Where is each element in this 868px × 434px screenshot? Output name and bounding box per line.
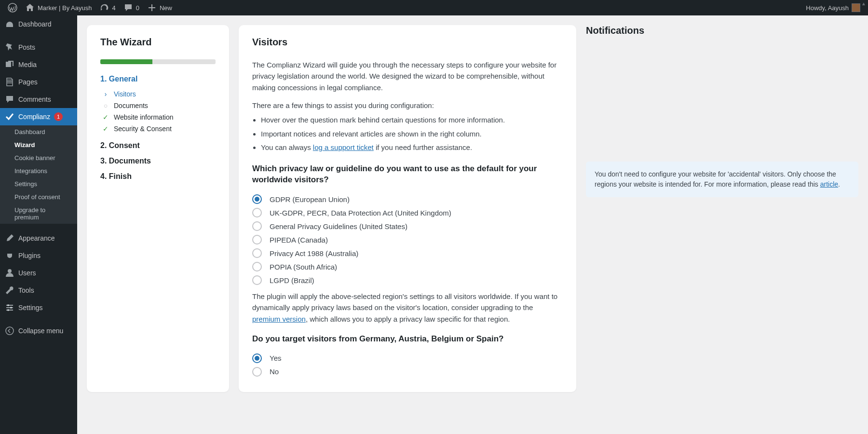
home-icon	[25, 3, 35, 13]
submenu-item-proof-of-consent[interactable]: Proof of consent	[0, 190, 77, 203]
wizard-title: The Wizard	[100, 37, 216, 48]
substep-website-information[interactable]: ✓ Website information	[102, 111, 216, 123]
submenu-item-upgrade[interactable]: Upgrade to premium	[0, 203, 77, 224]
radio-input[interactable]	[252, 353, 262, 363]
substep-label: Documents	[114, 102, 148, 109]
substep-documents[interactable]: ○ Documents	[102, 100, 216, 111]
support-ticket-link[interactable]: log a support ticket	[313, 143, 374, 151]
submenu-item-integrations[interactable]: Integrations	[0, 164, 77, 177]
sidebar-item-label: Appearance	[18, 234, 55, 242]
radio-popia[interactable]: POPIA (South Africa)	[252, 262, 563, 271]
article-link[interactable]: article	[820, 180, 838, 188]
radio-input[interactable]	[252, 275, 262, 285]
assist-lead: There are a few things to assist you dur…	[252, 100, 563, 111]
comment-icon	[5, 95, 14, 104]
substep-visitors[interactable]: › Visitors	[102, 88, 216, 100]
page-icon	[5, 77, 14, 87]
comments[interactable]: 0	[120, 0, 143, 15]
radio-privacy-act-1988[interactable]: Privacy Act 1988 (Australia)	[252, 248, 563, 258]
question-target-countries: Do you target visitors from Germany, Aus…	[252, 333, 563, 345]
svg-point-2	[7, 304, 9, 306]
radio-input[interactable]	[252, 248, 262, 258]
avatar	[852, 3, 860, 12]
dashboard-icon	[5, 19, 14, 29]
radio-input[interactable]	[252, 367, 262, 377]
wp-logo[interactable]	[4, 0, 21, 15]
user-icon	[5, 268, 14, 278]
submenu-item-cookie-banner[interactable]: Cookie banner	[0, 151, 77, 164]
step-finish[interactable]: 4. Finish	[100, 172, 216, 181]
step-documents[interactable]: 3. Documents	[100, 157, 216, 165]
step-general[interactable]: 1. General	[100, 75, 216, 83]
new-content[interactable]: New	[143, 0, 176, 15]
submenu: Dashboard Wizard Cookie banner Integrati…	[0, 125, 77, 224]
bullet-item: Hover over the question mark behind cert…	[261, 115, 563, 126]
premium-version-link[interactable]: premium version	[252, 315, 306, 323]
sidebar-item-label: Posts	[18, 43, 35, 51]
radio-gdpr[interactable]: GDPR (European Union)	[252, 194, 563, 204]
radio-input[interactable]	[252, 235, 262, 244]
sidebar-item-pages[interactable]: Pages	[0, 73, 77, 91]
new-label: New	[160, 4, 172, 12]
radio-label: LGPD (Brazil)	[270, 276, 314, 285]
intro-text: The Complianz Wizard will guide you thro…	[252, 59, 563, 93]
sidebar-item-collapse[interactable]: Collapse menu	[0, 322, 77, 339]
radio-label: General Privacy Guidelines (United State…	[270, 222, 407, 231]
sidebar-badge: 1	[54, 112, 63, 121]
radio-input[interactable]	[252, 262, 262, 271]
radio-us[interactable]: General Privacy Guidelines (United State…	[252, 221, 563, 231]
question-default-law: Which privacy law or guideline do you wa…	[252, 163, 563, 186]
howdy-text: Howdy, Aayush	[806, 4, 849, 12]
sidebar-item-posts[interactable]: Posts	[0, 39, 77, 56]
chevron-right-icon: ›	[102, 90, 109, 98]
substep-label: Security & Consent	[114, 125, 172, 133]
assist-bullets: Hover over the question mark behind cert…	[261, 115, 563, 153]
media-icon	[5, 60, 14, 69]
sidebar-item-label: Collapse menu	[18, 327, 63, 335]
svg-point-5	[6, 327, 14, 335]
radio-label: Yes	[270, 354, 281, 362]
radio-pipeda[interactable]: PIPEDA (Canada)	[252, 235, 563, 244]
sidebar-item-dashboard[interactable]: Dashboard	[0, 15, 77, 33]
sidebar-item-media[interactable]: Media	[0, 56, 77, 73]
main-content: The Wizard 1. General › Visitors ○ Docum…	[77, 15, 868, 402]
submenu-item-wizard[interactable]: Wizard	[0, 138, 77, 151]
submenu-item-dashboard[interactable]: Dashboard	[0, 125, 77, 138]
radio-label: GDPR (European Union)	[270, 195, 350, 203]
radio-uk-gdpr[interactable]: UK-GDPR, PECR, Data Protection Act (Unit…	[252, 208, 563, 217]
notifications-column: Notifications You don't need to configur…	[586, 25, 868, 392]
sidebar-item-plugins[interactable]: Plugins	[0, 247, 77, 264]
radio-label: PIPEDA (Canada)	[270, 236, 328, 244]
sidebar-item-appearance[interactable]: Appearance	[0, 230, 77, 247]
radio-label: Privacy Act 1988 (Australia)	[270, 249, 358, 258]
sidebar-item-settings[interactable]: Settings	[0, 299, 77, 316]
sidebar-item-label: Pages	[18, 78, 38, 86]
radio-no[interactable]: No	[252, 367, 563, 377]
radio-yes[interactable]: Yes	[252, 353, 563, 363]
updates[interactable]: 4	[95, 0, 119, 15]
radio-input[interactable]	[252, 194, 262, 204]
progress-fill	[100, 59, 152, 64]
sidebar-item-label: Plugins	[18, 252, 41, 259]
radio-input[interactable]	[252, 208, 262, 217]
brush-icon	[5, 233, 14, 243]
submenu-item-settings[interactable]: Settings	[0, 177, 77, 190]
sidebar-item-tools[interactable]: Tools	[0, 282, 77, 299]
sidebar-item-complianz[interactable]: Complianz 1	[0, 108, 77, 125]
radio-label: UK-GDPR, PECR, Data Protection Act (Unit…	[270, 209, 451, 217]
radio-lgpd[interactable]: LGPD (Brazil)	[252, 275, 563, 285]
radio-input[interactable]	[252, 221, 262, 231]
site-name[interactable]: Marker | By Aayush	[21, 0, 95, 15]
step-consent[interactable]: 2. Consent	[100, 141, 216, 150]
content-heading: Visitors	[252, 37, 563, 48]
sidebar-item-comments[interactable]: Comments	[0, 91, 77, 108]
wizard-panel: The Wizard 1. General › Visitors ○ Docum…	[87, 25, 229, 392]
sidebar-item-users[interactable]: Users	[0, 264, 77, 282]
notifications-title: Notifications	[586, 25, 858, 36]
my-account[interactable]: Howdy, Aayush	[802, 0, 864, 15]
admin-bar: Marker | By Aayush 4 0 New Howdy, Aayush	[0, 0, 868, 15]
plus-icon	[147, 3, 157, 13]
substep-security-consent[interactable]: ✓ Security & Consent	[102, 123, 216, 135]
substep-label: Website information	[114, 113, 173, 121]
wordpress-icon	[8, 3, 17, 13]
